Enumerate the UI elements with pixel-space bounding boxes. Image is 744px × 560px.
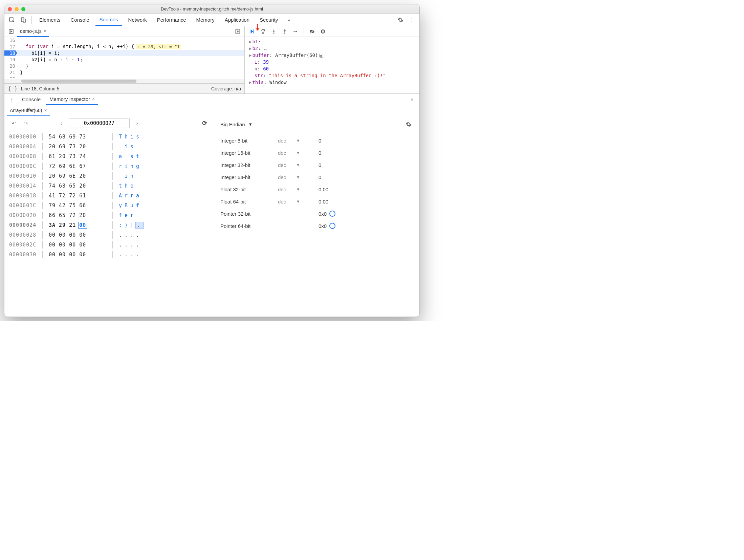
code-line[interactable]: 21}	[4, 69, 244, 76]
close-icon[interactable]: ×	[92, 96, 95, 102]
svg-rect-13	[322, 30, 323, 33]
settings-icon[interactable]	[396, 15, 405, 25]
hex-ascii: is	[119, 144, 142, 150]
hex-address: 0000001C	[9, 202, 36, 209]
hex-bytes: 54 68 69 73	[49, 134, 106, 140]
scope-variable[interactable]: ▶this: Window	[245, 79, 419, 86]
line-number[interactable]: 18	[4, 50, 17, 56]
code-line[interactable]: 16	[4, 37, 244, 43]
line-number[interactable]: 21	[4, 70, 17, 75]
scope-variables[interactable]: ▶b1: …▶b2: …▶buffer: ArrayBuffer(60)▦ i:…	[245, 37, 419, 93]
hex-row[interactable]: 0000003000 00 00 00....	[9, 250, 209, 259]
value-row: Integer 16-bitdec▾0	[220, 147, 413, 159]
value-row: Pointer 32-bit0x0→	[220, 208, 413, 220]
navigator-icon[interactable]	[6, 27, 16, 36]
code-line[interactable]: 22	[4, 76, 244, 78]
line-number[interactable]: 17	[4, 44, 17, 49]
window-title: DevTools - memory-inspector.glitch.me/de…	[4, 6, 419, 12]
scope-variable[interactable]: ▶b1: …	[245, 38, 419, 45]
value-format[interactable]: dec▾	[278, 162, 312, 168]
more-tabs-icon[interactable]: »	[284, 15, 293, 25]
content: demo-js.js × 1617 for (var i = str.lengt…	[4, 26, 419, 317]
pause-exceptions-icon[interactable]	[319, 27, 327, 36]
drawer-menu-icon[interactable]: ⋮	[7, 95, 17, 104]
hex-row[interactable]: 0000000861 20 73 74a st	[9, 151, 209, 161]
hex-row[interactable]: 000000243A 29 21 00:)!.	[9, 220, 209, 230]
hex-address: 0000000C	[9, 163, 36, 169]
menu-icon[interactable]: ⋮	[407, 15, 417, 25]
line-number[interactable]: 16	[4, 38, 17, 43]
tab-sources[interactable]: Sources	[95, 14, 122, 26]
h-scrollbar[interactable]	[4, 79, 244, 83]
tab-memory[interactable]: Memory	[192, 14, 219, 26]
value-result: 0x0	[319, 211, 327, 217]
redo-icon[interactable]: ↷	[21, 119, 31, 128]
jump-to-address-icon[interactable]: →	[329, 223, 335, 229]
value-format[interactable]: dec▾	[278, 150, 312, 156]
scope-variable[interactable]: str: "This is a string in the ArrayBuffe…	[245, 72, 419, 79]
hex-row[interactable]: 0000001C79 42 75 66yBuf	[9, 200, 209, 210]
close-icon[interactable]: ×	[44, 108, 47, 113]
value-format[interactable]: dec▾	[278, 186, 312, 192]
tab-application[interactable]: Application	[221, 14, 254, 26]
hex-row[interactable]: 0000002C00 00 00 00....	[9, 240, 209, 250]
device-icon[interactable]	[19, 15, 28, 25]
value-format[interactable]: dec▾	[278, 137, 312, 144]
step-out-icon[interactable]	[281, 27, 289, 36]
code-line[interactable]: 19 b2[i] = n - i - 1;	[4, 56, 244, 63]
value-format[interactable]: dec▾	[278, 174, 312, 180]
hex-row[interactable]: 0000001020 69 6E 20 in	[9, 171, 209, 181]
tab-console[interactable]: Console	[67, 14, 93, 26]
line-number[interactable]: 19	[4, 57, 17, 62]
prev-page-icon[interactable]: ‹	[57, 119, 66, 128]
jump-to-address-icon[interactable]: →	[329, 211, 335, 217]
undo-icon[interactable]: ↶	[9, 119, 19, 128]
address-input[interactable]	[69, 119, 130, 128]
step-icon[interactable]	[291, 27, 300, 36]
scope-variable[interactable]: n: 60	[245, 65, 419, 72]
hex-row[interactable]: 0000001841 72 72 61Arra	[9, 191, 209, 200]
tab-network[interactable]: Network	[124, 14, 151, 26]
svg-marker-4	[11, 30, 12, 32]
hex-bytes: 72 69 6E 67	[49, 163, 106, 169]
hex-row[interactable]: 0000001474 68 65 20the	[9, 181, 209, 191]
inspect-icon[interactable]	[7, 15, 17, 25]
pretty-print-icon[interactable]: { }	[8, 85, 18, 92]
line-number[interactable]: 20	[4, 63, 17, 69]
devtools-window: DevTools - memory-inspector.glitch.me/de…	[4, 4, 420, 317]
drawer-close-icon[interactable]: ×	[407, 95, 417, 104]
hex-viewer[interactable]: 0000000054 68 69 73This0000000420 69 73 …	[4, 130, 214, 261]
scope-variable[interactable]: ▶b2: …	[245, 45, 419, 52]
refresh-icon[interactable]: ⟳	[200, 119, 209, 128]
hex-row[interactable]: 0000000C72 69 6E 67ring	[9, 161, 209, 171]
hex-row[interactable]: 0000002800 00 00 00....	[9, 230, 209, 240]
drawer-tab-memory-inspector[interactable]: Memory Inspector ×	[46, 94, 98, 105]
code-editor[interactable]: 1617 for (var i = str.length; i < n; ++i…	[4, 37, 244, 78]
tab-elements[interactable]: Elements	[35, 14, 65, 26]
endianness-select[interactable]: Big Endian ▾	[220, 121, 252, 127]
code-line[interactable]: 20 }	[4, 63, 244, 69]
hex-row[interactable]: 0000000054 68 69 73This	[9, 132, 209, 142]
drawer-tab-console[interactable]: Console	[19, 94, 44, 105]
step-into-icon[interactable]	[270, 27, 278, 36]
line-number[interactable]: 22	[4, 76, 17, 79]
scope-variable[interactable]: ▶buffer: ArrayBuffer(60)▦	[245, 52, 419, 59]
next-page-icon[interactable]: ›	[132, 119, 142, 128]
hex-row[interactable]: 0000002066 65 72 20fer	[9, 210, 209, 220]
hex-row[interactable]: 0000000420 69 73 20 is	[9, 142, 209, 151]
hex-ascii: ....	[119, 252, 142, 258]
tab-performance[interactable]: Performance	[153, 14, 190, 26]
snippets-icon[interactable]	[233, 27, 242, 36]
scope-variable[interactable]: i: 39	[245, 59, 419, 65]
value-settings-icon[interactable]	[404, 120, 413, 129]
code-line[interactable]: 18 b1[i] = i;	[4, 50, 244, 56]
reveal-memory-icon[interactable]: ▦	[319, 54, 323, 58]
close-icon[interactable]: ×	[44, 28, 46, 34]
mem-tab[interactable]: ArrayBuffer(60) ×	[7, 105, 50, 116]
hex-address: 00000010	[9, 173, 36, 179]
code-line[interactable]: 17 for (var i = str.length; i < n; ++i) …	[4, 43, 244, 50]
dropdown-icon: ▾	[249, 121, 252, 127]
deactivate-bp-icon[interactable]	[308, 27, 316, 36]
value-format[interactable]: dec▾	[278, 198, 312, 204]
file-tab[interactable]: demo-js.js ×	[17, 26, 49, 37]
